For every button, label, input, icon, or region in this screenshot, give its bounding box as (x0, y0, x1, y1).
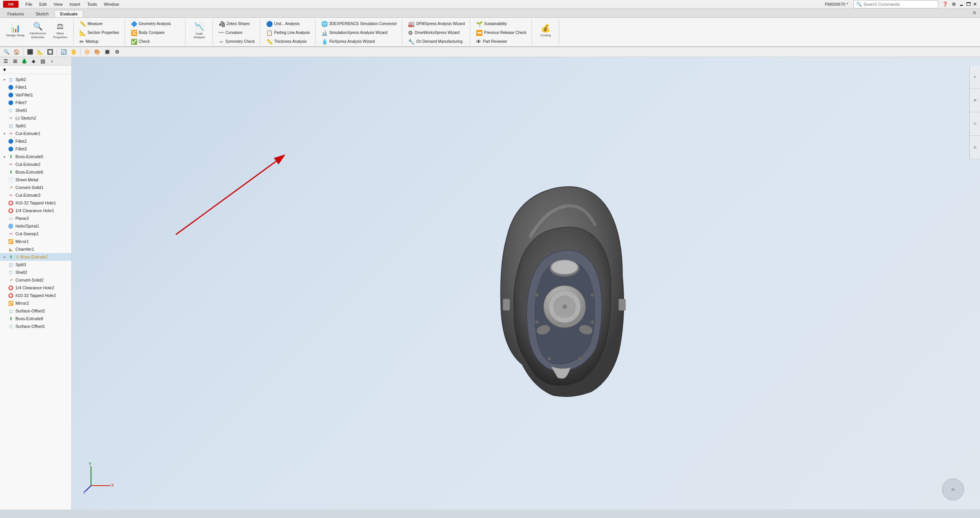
menu-window[interactable]: Window (101, 1, 122, 7)
undercut-analysis-button[interactable]: 🔵 Und... Analysis (263, 20, 302, 28)
body-compare-button[interactable]: 🔀 Body Compare (128, 29, 167, 37)
panel-tab-compass[interactable]: ◈ (29, 57, 38, 66)
tree-item[interactable]: ▭Plane3 (0, 214, 71, 222)
interference-detection-button[interactable]: 🔍 InterferenceDetection (27, 20, 49, 41)
tree-item[interactable]: ⬡Shell1 (0, 106, 71, 114)
tree-item[interactable]: ✂Cut-Extrude3 (0, 191, 71, 199)
tree-item[interactable]: ◫Split3 (0, 261, 71, 268)
viewport[interactable]: X Y Z ⟳ (72, 57, 980, 510)
view-light-btn[interactable]: 🔆 (83, 48, 91, 56)
tree-item[interactable]: ◻Surface-Offset1 (0, 322, 71, 330)
previous-release-button[interactable]: ⏪ Previous Release Check (473, 29, 529, 37)
right-panel-btn-2[interactable]: B (970, 89, 980, 112)
orientation-cube[interactable]: ⟳ (941, 478, 965, 502)
maximize-icon[interactable]: 🗖 (966, 2, 971, 7)
tree-item[interactable]: ✏(-) Sketch2 (0, 114, 71, 122)
view-home-btn[interactable]: 🏠 (12, 48, 21, 56)
close-icon[interactable]: ✕ (973, 2, 977, 7)
tree-item[interactable]: ⬆Boss-Extrude6 (0, 168, 71, 176)
view-rotate-btn[interactable]: 🔄 (59, 48, 68, 56)
menu-tools[interactable]: Tools (84, 1, 100, 7)
zebra-stripes-button[interactable]: 🦓 Zebra Stripes (216, 20, 253, 28)
parting-line-button[interactable]: 📋 Parting Line Analysis (263, 29, 313, 37)
tree-item[interactable]: ↗Convert-Solid1 (0, 184, 71, 191)
tab-sketch[interactable]: Sketch (30, 10, 54, 17)
view-pan-btn[interactable]: 🖐 (69, 48, 78, 56)
design-study-button[interactable]: 📊 Design Study (5, 20, 26, 41)
draft-analysis-button[interactable]: 📉 DraftAnalysis (189, 20, 210, 41)
search-commands-box[interactable]: 🔍 (853, 0, 938, 8)
tree-item[interactable]: ↗Convert-Solid2 (0, 276, 71, 284)
settings-icon[interactable]: ⚙ (952, 2, 956, 7)
tree-item[interactable]: ⭕1/4 Clearance Hole2 (0, 284, 71, 292)
view-appearance-btn[interactable]: 🎨 (93, 48, 101, 56)
right-panel-btn-4[interactable]: D (970, 136, 980, 159)
thickness-analysis-button[interactable]: 📏 Thickness Analysis (263, 37, 309, 46)
tree-item[interactable]: ▸⬆⚠ Boss-Extrude7 (0, 253, 71, 261)
tree-item[interactable]: ⭕#10-32 Tapped Hole1 (0, 199, 71, 207)
menu-insert[interactable]: Insert (66, 1, 83, 7)
view-options-btn[interactable]: ⚙ (113, 48, 121, 56)
dfmxpress-button[interactable]: 🏭 DFMXpress Analysis Wizard (405, 20, 467, 28)
section-properties-button[interactable]: 📐 Section Properties (77, 29, 122, 37)
measure-button[interactable]: 📏 Measure (77, 20, 105, 28)
tree-item[interactable]: ▸✂Cut-Extrude1 (0, 130, 71, 137)
tree-item[interactable]: 🔵Fillet7 (0, 99, 71, 106)
tree-item[interactable]: ◫Split1 (0, 122, 71, 130)
tree-item[interactable]: ✂Cut-Extrude2 (0, 160, 71, 168)
tree-item[interactable]: ⬆Boss-Extrude8 (0, 315, 71, 322)
on-demand-mfg-button[interactable]: 🔧 On Demand Manufacturing (405, 37, 465, 46)
view-scene-btn[interactable]: 🔳 (103, 48, 111, 56)
markup-button[interactable]: ✏ Markup (77, 37, 101, 46)
view-section-btn[interactable]: 📐 (36, 48, 44, 56)
tree-item[interactable]: ◻Surface-Offset2 (0, 307, 71, 315)
tree-item[interactable]: 🔵VarFillet1 (0, 91, 71, 99)
mass-properties-button[interactable]: ⚖ MassProperties (49, 20, 71, 41)
menu-view[interactable]: View (51, 1, 66, 7)
tree-item[interactable]: ◣Chamfer1 (0, 245, 71, 253)
tree-item[interactable]: 🔵Fillet3 (0, 145, 71, 153)
tree-item[interactable]: ▸◫Split2 (0, 76, 71, 83)
geometry-analysis-button[interactable]: 🔷 Geometry Analysis (128, 20, 174, 28)
menu-file[interactable]: File (22, 1, 35, 7)
flowxpress-button[interactable]: 💧 FloXpress Analysis Wizard (319, 37, 378, 46)
panel-tab-tree[interactable]: 🌲 (20, 57, 29, 66)
filter-icon[interactable]: ▼ (2, 67, 7, 73)
search-input[interactable] (864, 2, 933, 7)
panel-tab-list[interactable]: ☰ (2, 57, 10, 66)
3dex-simulation-button[interactable]: 🌐 3DEXPERIENCE Simulation Connector (319, 20, 400, 28)
minimize-icon[interactable]: 🗕 (959, 2, 964, 7)
sustainability-button[interactable]: 🌱 Sustainability (473, 20, 509, 28)
ribbon-close-btn[interactable]: ✕ (972, 10, 977, 16)
symmetry-check-button[interactable]: ↔ Symmetry Check (216, 37, 258, 46)
tree-item[interactable]: ▸⬆Boss-Extrude5 (0, 153, 71, 160)
tree-item[interactable]: 🔁Mirror1 (0, 238, 71, 245)
tree-item[interactable]: 🔁Mirror2 (0, 299, 71, 307)
help-icon[interactable]: ❓ (942, 2, 948, 7)
right-panel-btn-1[interactable]: A (970, 66, 980, 89)
right-panel-btn-3[interactable]: C (970, 113, 980, 136)
panel-tab-layers[interactable]: ▤ (39, 57, 47, 66)
curvature-button[interactable]: 〰 Curvature (216, 29, 245, 37)
panel-tab-more[interactable]: › (48, 57, 56, 66)
part-reviewer-button[interactable]: 👁 Part Reviewer (473, 37, 510, 46)
view-display-btn[interactable]: ⬛ (26, 48, 34, 56)
menu-edit[interactable]: Edit (36, 1, 50, 7)
view-hide-btn[interactable]: 🔲 (46, 48, 54, 56)
driveworks-button[interactable]: ⚙ DriveWorksXpress Wizard (405, 29, 462, 37)
tree-item[interactable]: 🔵Fillet1 (0, 83, 71, 91)
tree-item[interactable]: 🌀Helix/Spiral1 (0, 222, 71, 230)
tree-item[interactable]: 🔵Fillet2 (0, 137, 71, 145)
tree-item[interactable]: ✂Cut-Sweep1 (0, 230, 71, 238)
costing-button[interactable]: 💰 Costing (535, 20, 557, 41)
panel-tab-table[interactable]: ⊞ (11, 57, 19, 66)
simulationxpress-button[interactable]: 🔬 SimulationXpress Analysis Wizard (319, 29, 390, 37)
tree-item[interactable]: 📄Sheet-Metal (0, 176, 71, 184)
tree-item[interactable]: ⭕#10-32 Tapped Hole2 (0, 292, 71, 299)
tab-evaluate[interactable]: Evaluate (54, 10, 83, 17)
check-button[interactable]: ✅ Check (128, 37, 152, 46)
tree-item[interactable]: ⭕1/4 Clearance Hole1 (0, 207, 71, 214)
view-zoom-btn[interactable]: 🔍 (2, 48, 11, 56)
tree-item[interactable]: ⬡Shell2 (0, 268, 71, 276)
tab-features[interactable]: Features (2, 10, 30, 17)
